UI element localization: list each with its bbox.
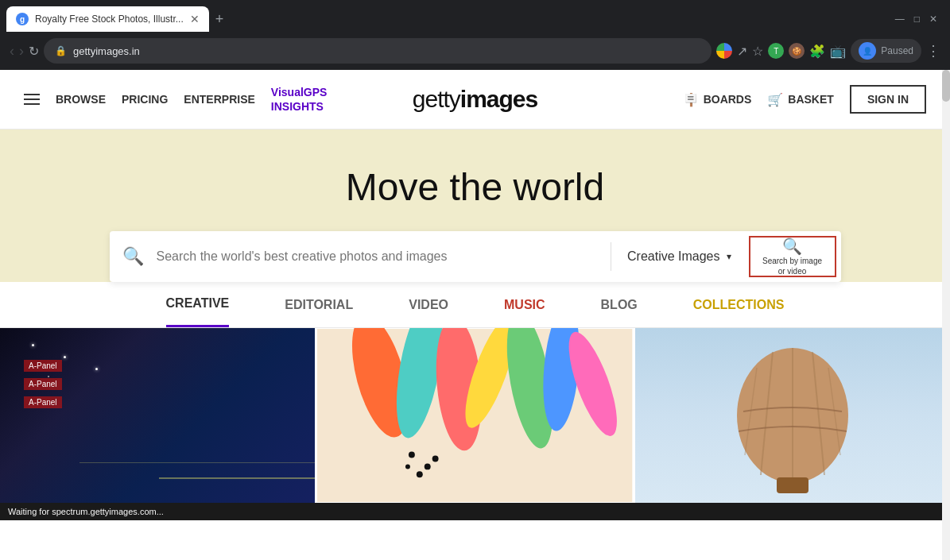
image-item-2[interactable] (315, 328, 634, 503)
search-by-image-icon: 🔍 (782, 237, 802, 256)
browser-chrome: g Royalty Free Stock Photos, Illustr... … (0, 0, 950, 70)
active-tab[interactable]: g Royalty Free Stock Photos, Illustr... … (6, 6, 209, 32)
lock-icon: 🔒 (55, 45, 67, 56)
star-icon[interactable]: ☆ (752, 44, 763, 59)
site-wrapper: BROWSE PRICING ENTERPRISE VisualGPS INSI… (0, 70, 950, 560)
header-center: gettyimages (413, 86, 537, 113)
pricing-nav-link[interactable]: PRICING (122, 93, 168, 106)
logo[interactable]: gettyimages (413, 86, 537, 112)
creative-images-dropdown[interactable]: Creative Images ▾ (615, 249, 744, 264)
basket-button[interactable]: 🛒 BASKET (767, 92, 834, 107)
svg-point-9 (425, 463, 431, 469)
profile-button[interactable]: 👤 Paused (851, 39, 921, 63)
search-input[interactable] (157, 249, 608, 264)
boards-label: BOARDS (704, 93, 752, 106)
search-bar: 🔍 Creative Images ▾ 🔍 Search by image or… (110, 231, 841, 282)
chrome-menu-icon[interactable]: ⋮ (926, 42, 940, 60)
header-right: 🪧 BOARDS 🛒 BASKET SIGN IN (683, 85, 926, 114)
google-icon (716, 43, 732, 59)
tab-close-icon[interactable]: ✕ (190, 13, 200, 25)
translate-icon: T (768, 43, 784, 59)
insights-label: INSIGHTS (271, 99, 328, 114)
url-text: gettyimages.in (73, 45, 140, 57)
window-controls: — □ ✕ (895, 14, 937, 25)
search-icon-wrap: 🔍 (110, 246, 157, 267)
tab-collections[interactable]: COLLECTIONS (693, 284, 785, 326)
boards-button[interactable]: 🪧 BOARDS (683, 92, 752, 107)
svg-rect-19 (777, 477, 808, 493)
forward-button[interactable]: › (19, 43, 24, 60)
tab-video[interactable]: VIDEO (409, 284, 448, 326)
site-header: BROWSE PRICING ENTERPRISE VisualGPS INSI… (0, 70, 950, 129)
share-icon[interactable]: ↗ (737, 44, 747, 59)
hero-section: Move the world 🔍 Creative Images ▾ 🔍 Sea… (0, 129, 950, 282)
enterprise-nav-link[interactable]: ENTERPRISE (184, 93, 254, 106)
image-item-3[interactable] (635, 328, 950, 503)
minimize-icon[interactable]: — (895, 14, 905, 25)
image-grid: A-Panel A-Panel A-Panel (0, 328, 950, 503)
tab-title: Royalty Free Stock Photos, Illustr... (35, 14, 184, 25)
address-bar: ‹ › ↻ 🔒 gettyimages.in ↗ ☆ T 🍪 🧩 📺 👤 Pau… (0, 32, 950, 70)
status-text: Waiting for spectrum.gettyimages.com... (8, 507, 164, 516)
tab-music[interactable]: MUSIC (504, 284, 545, 326)
tab-favicon: g (16, 13, 29, 25)
tab-blog[interactable]: BLOG (601, 284, 638, 326)
screen-share-icon[interactable]: 📺 (830, 44, 846, 59)
status-bar: Waiting for spectrum.gettyimages.com... (0, 503, 950, 520)
new-tab-button[interactable]: + (212, 8, 227, 31)
basket-label: BASKET (788, 93, 834, 106)
logo-suffix: images (460, 86, 537, 112)
browser-actions: ↗ ☆ T 🍪 🧩 📺 👤 Paused ⋮ (716, 39, 940, 63)
logo-prefix: getty (413, 86, 460, 112)
basket-icon: 🛒 (767, 92, 783, 107)
image-item-1[interactable]: A-Panel A-Panel A-Panel (0, 328, 315, 503)
hamburger-menu[interactable] (24, 94, 40, 105)
svg-point-8 (409, 452, 415, 458)
tab-editorial[interactable]: EDITORIAL (285, 284, 353, 326)
svg-point-11 (432, 456, 439, 462)
maximize-icon[interactable]: □ (914, 14, 920, 25)
cookie-icon: 🍪 (789, 43, 805, 59)
tab-creative[interactable]: CREATIVE (166, 282, 230, 327)
signin-button[interactable]: SIGN IN (850, 85, 926, 114)
back-button[interactable]: ‹ (10, 43, 14, 60)
tab-bar: g Royalty Free Stock Photos, Illustr... … (0, 0, 950, 32)
close-window-icon[interactable]: ✕ (929, 14, 937, 25)
hero-title: Move the world (346, 165, 604, 209)
puzzle-icon[interactable]: 🧩 (809, 44, 825, 59)
creative-images-label: Creative Images (627, 249, 720, 264)
search-by-image-button[interactable]: 🔍 Search by image or video (749, 236, 836, 277)
visual-gps-label: VisualGPS (271, 85, 328, 99)
scrollbar-thumb[interactable] (942, 70, 950, 102)
browse-nav-link[interactable]: BROWSE (56, 93, 106, 106)
chevron-down-icon: ▾ (727, 251, 731, 262)
reload-button[interactable]: ↻ (29, 44, 39, 59)
svg-point-10 (417, 471, 423, 477)
avatar: 👤 (859, 42, 876, 60)
url-bar[interactable]: 🔒 gettyimages.in (44, 38, 712, 64)
search-by-image-label: Search by image or video (762, 256, 822, 276)
svg-point-12 (405, 464, 410, 469)
header-left: BROWSE PRICING ENTERPRISE VisualGPS INSI… (24, 85, 327, 114)
paused-label: Paused (881, 45, 913, 56)
boards-icon: 🪧 (683, 92, 699, 107)
scrollbar[interactable] (942, 70, 950, 560)
visual-gps-nav[interactable]: VisualGPS INSIGHTS (271, 85, 328, 114)
tabs-bar: CREATIVE EDITORIAL VIDEO MUSIC BLOG COLL… (0, 282, 950, 328)
